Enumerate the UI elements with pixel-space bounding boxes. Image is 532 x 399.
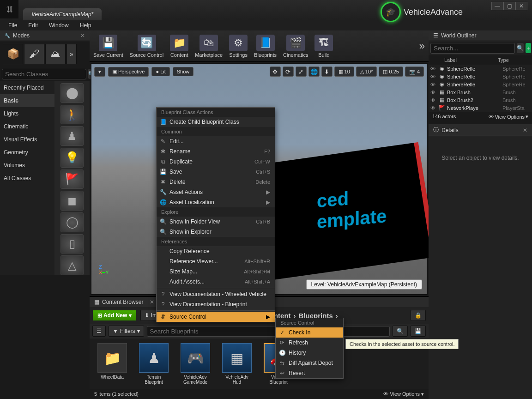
tutorial-hat-icon[interactable]: 🎓 [381, 2, 401, 22]
cat-volumes[interactable]: Volumes [0, 159, 54, 172]
ctx-show-folder[interactable]: 🔍Show in Folder ViewCtrl+B [157, 217, 275, 227]
cb-save-button[interactable]: 💾 [411, 326, 426, 337]
placeable-cone[interactable]: △ [60, 255, 84, 275]
modes-tab[interactable]: 🔧 Modes ✕ [0, 30, 90, 41]
landscape-mode-button[interactable]: ⛰ [45, 44, 66, 64]
ctx-show-explorer[interactable]: 🔍Show in Explorer [157, 227, 275, 237]
ctx-reference-viewer[interactable]: Reference Viewer...Alt+Shift+R [157, 256, 275, 266]
col-label[interactable]: Label [430, 57, 498, 63]
menu-edit[interactable]: Edit [24, 21, 42, 30]
marketplace-button[interactable]: 🛍Marketplace [195, 35, 223, 58]
placeable-sphere2[interactable]: ◯ [60, 212, 84, 232]
outliner-tab[interactable]: ☰ World Outliner [429, 30, 532, 41]
show-button[interactable]: Show [173, 67, 194, 76]
place-mode-button[interactable]: 📦 [3, 44, 23, 64]
submenu-check-in[interactable]: ✓Check In [276, 327, 343, 338]
viewport-options-button[interactable]: ▾ [94, 67, 105, 77]
minimize-button[interactable]: — [491, 2, 503, 10]
ctx-copy-reference[interactable]: Copy Reference [157, 246, 275, 256]
placeable-pointlight[interactable]: 💡 [60, 148, 84, 168]
cat-lights[interactable]: Lights [0, 107, 54, 120]
cat-all-classes[interactable]: All Classes [0, 172, 54, 185]
scale-snap-button[interactable]: ◫ 0.25 [379, 66, 403, 77]
sources-button[interactable]: ☰ [92, 326, 106, 337]
modes-close-icon[interactable]: ✕ [80, 32, 85, 39]
more-modes-button[interactable]: » [66, 44, 77, 64]
toolbar-overflow-button[interactable]: » [419, 40, 425, 52]
outliner-row[interactable]: 👁🚩NetworkPlayePlayerSta [429, 104, 532, 112]
ctx-asset-localization[interactable]: 🌐Asset Localization▶ [157, 197, 275, 207]
add-actor-button[interactable]: ＋ [526, 43, 531, 53]
ctx-doc-wheeled[interactable]: ?View Documentation - Wheeled Vehicle [157, 289, 275, 299]
eye-icon[interactable]: 👁 [430, 74, 437, 79]
map-tab[interactable]: VehicleAdvExampleMap* [23, 8, 102, 20]
ctx-delete[interactable]: ✖DeleteDelete [157, 177, 275, 187]
search-icon[interactable]: 🔍 [517, 43, 524, 53]
cat-visual-effects[interactable]: Visual Effects [0, 133, 54, 146]
placeable-cube[interactable]: ◼ [60, 191, 84, 211]
submenu-refresh[interactable]: ⟳Refresh [276, 338, 343, 348]
world-local-button[interactable]: 🌐 [308, 66, 320, 77]
ctx-rename[interactable]: ✱RenameF2 [157, 146, 275, 157]
outliner-row[interactable]: 👁▦Box BrushBrush [429, 88, 532, 96]
cat-basic[interactable]: Basic [0, 94, 54, 107]
paint-mode-button[interactable]: 🖌 [24, 44, 44, 64]
asset-wheeldata[interactable]: 📁 WheelData [96, 343, 128, 385]
lit-button[interactable]: ● Lit [151, 67, 169, 76]
cb-search-icon[interactable]: 🔍 [393, 326, 408, 337]
outliner-view-options[interactable]: 👁 View Options ▾ [489, 114, 528, 120]
modes-search-input[interactable] [2, 69, 86, 79]
cinematics-button[interactable]: 🎬Cinematics [283, 35, 308, 58]
grid-snap-button[interactable]: ▦ 10 [334, 66, 354, 77]
camera-speed-button[interactable]: 📷 4 [405, 66, 424, 77]
ctx-audit-assets[interactable]: Audit Assets...Alt+Shift+A [157, 277, 275, 287]
submenu-diff[interactable]: ⇆Diff Against Depot [276, 358, 343, 368]
outliner-row[interactable]: 👁◉SphereRefleSphereRe [429, 73, 532, 80]
scale-tool-button[interactable]: ⤢ [296, 66, 307, 77]
submenu-history[interactable]: 🕑History [276, 348, 343, 358]
details-tab[interactable]: ⓘ Details ✕ [429, 124, 532, 136]
ctx-source-control[interactable]: ⇵Source Control▶ [157, 312, 275, 322]
menu-window[interactable]: Window [44, 21, 73, 30]
cb-view-options[interactable]: 👁 View Options ▾ [383, 391, 424, 397]
asset-gamemode[interactable]: 🎮 VehicleAdv GameMode [179, 343, 212, 385]
placeable-character[interactable]: 🚶 [60, 105, 84, 125]
ctx-asset-actions[interactable]: 🔧Asset Actions▶ [157, 187, 275, 197]
ue-logo[interactable]: 𝖀 [0, 0, 18, 18]
maximize-button[interactable]: ▢ [503, 2, 515, 10]
source-control-button[interactable]: 🔄Source Control [130, 35, 163, 58]
eye-icon[interactable]: 👁 [430, 66, 437, 72]
close-button[interactable]: ✕ [515, 2, 527, 10]
save-current-button[interactable]: 💾Save Current [93, 35, 123, 58]
outliner-search-input[interactable] [430, 43, 515, 54]
build-button[interactable]: 🏗Build [314, 35, 333, 58]
surface-snap-button[interactable]: ⬇ [321, 66, 332, 77]
placeable-pawn[interactable]: ♟ [60, 126, 84, 146]
eye-icon[interactable]: 👁 [430, 105, 437, 111]
placeable-cylinder[interactable]: ▯ [60, 234, 84, 254]
ctx-doc-blueprint[interactable]: ?View Documentation - Blueprint [157, 299, 275, 309]
ctx-duplicate[interactable]: ⧉DuplicateCtrl+W [157, 157, 275, 167]
blueprints-button[interactable]: 📘Blueprints [254, 35, 277, 58]
cat-cinematic[interactable]: Cinematic [0, 120, 54, 133]
settings-button[interactable]: ⚙Settings [229, 35, 248, 58]
filters-button[interactable]: ▼ Filters ▾ [109, 326, 144, 337]
content-browser-close-icon[interactable]: ✕ [150, 299, 154, 305]
cb-search-input[interactable] [147, 326, 390, 337]
col-type[interactable]: Type [498, 57, 530, 63]
perspective-button[interactable]: ▣ Perspective [108, 67, 149, 77]
ctx-size-map[interactable]: Size Map...Alt+Shift+M [157, 266, 275, 277]
angle-snap-button[interactable]: △ 10° [356, 66, 377, 77]
eye-icon[interactable]: 👁 [430, 82, 437, 87]
cat-recently-placed[interactable]: Recently Placed [0, 81, 54, 94]
menu-file[interactable]: File [4, 21, 22, 30]
translate-tool-button[interactable]: ✥ [270, 66, 281, 77]
eye-icon[interactable]: 👁 [430, 90, 437, 95]
placeable-playerstart[interactable]: 🚩 [60, 169, 84, 189]
asset-hud[interactable]: ▦ VehicleAdv Hud [221, 343, 253, 385]
lock-button[interactable]: 🔒 [411, 310, 426, 321]
details-close-icon[interactable]: ✕ [523, 127, 527, 133]
placeable-sphere[interactable]: ⬤ [60, 83, 84, 103]
asset-terrain-blueprint[interactable]: ♟ Terrain Blueprint [138, 343, 170, 385]
menu-help[interactable]: Help [75, 21, 96, 30]
